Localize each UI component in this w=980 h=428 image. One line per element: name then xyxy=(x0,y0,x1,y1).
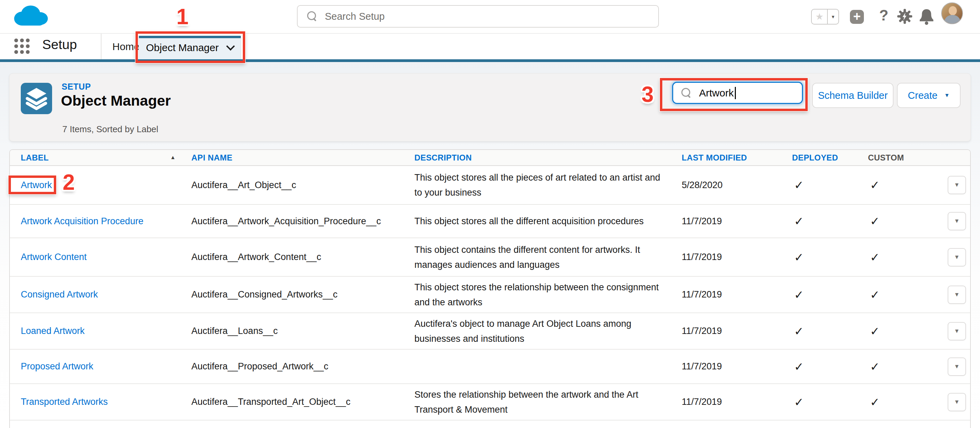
row-actions-button[interactable]: ▼ xyxy=(948,322,966,340)
column-last-modified[interactable]: LAST MODIFIED xyxy=(682,150,792,166)
api-name-cell: Auctifera__Artwork_Content__c xyxy=(191,238,414,276)
row-actions-button[interactable]: ▼ xyxy=(948,286,966,304)
dropdown-icon: ▼ xyxy=(954,254,960,261)
object-link[interactable]: Artwork Content xyxy=(21,252,87,262)
column-custom: CUSTOM xyxy=(868,150,933,166)
table-row: Proposed Artwork Auctifera__Proposed_Art… xyxy=(10,349,970,384)
nav-divider xyxy=(101,34,102,59)
object-manager-icon xyxy=(21,83,52,114)
dropdown-icon: ▼ xyxy=(954,399,960,406)
object-link[interactable]: Transported Artworks xyxy=(21,397,108,407)
quick-find-input[interactable]: Artwork xyxy=(672,82,803,104)
chevron-down-icon xyxy=(226,42,235,50)
dropdown-icon: ▼ xyxy=(954,182,960,188)
custom-check-icon: ✓ xyxy=(868,288,880,301)
row-actions-button[interactable]: ▼ xyxy=(948,358,966,376)
favorites-split-button: ★ ▼ xyxy=(811,9,839,24)
object-link[interactable]: Artwork xyxy=(21,180,52,190)
api-name-cell: Auctifera__Proposed_Artwork__c xyxy=(191,349,414,384)
last-modified-cell: 11/7/2019 xyxy=(682,384,792,420)
table-row: Transported Artworks Auctifera__Transpor… xyxy=(10,384,970,420)
custom-check-icon: ✓ xyxy=(868,396,880,409)
description-cell: This object contains the different conte… xyxy=(414,238,682,276)
deployed-check-icon: ✓ xyxy=(792,179,804,192)
last-modified-cell: 11/7/2019 xyxy=(682,238,792,276)
description-cell xyxy=(414,349,682,384)
deployed-check-icon: ✓ xyxy=(792,325,804,338)
app-name: Setup xyxy=(42,37,77,52)
global-search xyxy=(297,5,659,27)
user-avatar[interactable] xyxy=(941,2,963,24)
last-modified-cell: 11/7/2019 xyxy=(682,349,792,384)
column-api-name[interactable]: API NAME xyxy=(191,150,414,166)
quick-create-button[interactable]: + xyxy=(850,10,864,24)
api-name-cell: Auctifera__Artwork_Acquisition_Procedure… xyxy=(191,204,414,238)
last-modified-cell: 5/28/2020 xyxy=(682,166,792,204)
schema-builder-button[interactable]: Schema Builder xyxy=(812,83,894,108)
deployed-check-icon: ✓ xyxy=(792,288,804,301)
description-cell: Stores the relationship between the artw… xyxy=(414,384,682,420)
object-manager-header-card: SETUP Object Manager 7 Items, Sorted by … xyxy=(9,73,971,141)
favorites-dropdown-icon[interactable]: ▼ xyxy=(827,10,838,24)
table-row: Artwork Content Auctifera__Artwork_Conte… xyxy=(10,238,970,276)
table-row: Artwork Auctifera__Art_Object__c This ob… xyxy=(10,166,970,204)
description-cell: This object stores the relationship betw… xyxy=(414,276,682,313)
salesforce-logo-icon xyxy=(10,2,52,32)
custom-check-icon: ✓ xyxy=(868,215,880,228)
column-description[interactable]: DESCRIPTION xyxy=(414,150,682,166)
last-modified-cell: 11/7/2019 xyxy=(682,313,792,349)
tab-object-manager-label: Object Manager xyxy=(146,42,219,53)
sort-asc-icon: ▲ xyxy=(170,154,176,161)
setup-nav-bar: Setup Home Object Manager xyxy=(0,33,980,62)
object-link[interactable]: Artwork Acquisition Procedure xyxy=(21,216,143,226)
dropdown-icon: ▼ xyxy=(954,328,960,335)
column-actions xyxy=(933,150,970,166)
notifications-bell-icon[interactable] xyxy=(919,8,934,27)
object-link[interactable]: Proposed Artwork xyxy=(21,361,93,371)
favorite-star-icon[interactable]: ★ xyxy=(812,10,827,24)
column-label[interactable]: LABEL ▲ xyxy=(10,150,191,166)
search-icon xyxy=(307,11,317,21)
custom-check-icon: ✓ xyxy=(868,360,880,373)
deployed-check-icon: ✓ xyxy=(792,360,804,373)
object-link[interactable]: Consigned Artwork xyxy=(21,289,98,300)
description-cell: This object stores all the different acq… xyxy=(414,204,682,238)
quick-find-value: Artwork xyxy=(699,87,734,99)
create-dropdown-icon: ▼ xyxy=(944,93,950,99)
custom-check-icon: ✓ xyxy=(868,325,880,338)
deployed-check-icon: ✓ xyxy=(792,251,804,264)
row-actions-button[interactable]: ▼ xyxy=(948,248,966,267)
setup-eyebrow: SETUP xyxy=(62,82,91,92)
help-button[interactable]: ? xyxy=(879,7,888,24)
table-header-row: LABEL ▲ API NAME DESCRIPTION LAST MODIFI… xyxy=(10,150,970,166)
create-button-label: Create xyxy=(908,90,937,101)
setup-gear-icon[interactable] xyxy=(897,8,913,26)
dropdown-icon: ▼ xyxy=(954,218,960,225)
page-title: Object Manager xyxy=(61,93,171,109)
api-name-cell: Auctifera__Consigned_Artworks__c xyxy=(191,276,414,313)
global-header: ★ ▼ + ? xyxy=(0,0,980,33)
tab-object-manager[interactable]: Object Manager xyxy=(138,36,241,59)
table-row: Artwork Acquisition Procedure Auctifera_… xyxy=(10,204,970,238)
text-cursor xyxy=(735,87,736,99)
item-count: 7 Items, Sorted by Label xyxy=(62,124,158,134)
description-cell: Auctifera's object to manage Art Object … xyxy=(414,313,682,349)
deployed-check-icon: ✓ xyxy=(792,215,804,228)
object-link[interactable]: Loaned Artwork xyxy=(21,326,85,336)
table-row: Consigned Artwork Auctifera__Consigned_A… xyxy=(10,276,970,313)
table-row: Loaned Artwork Auctifera__Loans__c Aucti… xyxy=(10,313,970,349)
column-deployed[interactable]: DEPLOYED xyxy=(792,150,868,166)
custom-check-icon: ✓ xyxy=(868,179,880,192)
row-actions-button[interactable]: ▼ xyxy=(948,212,966,230)
api-name-cell: Auctifera__Art_Object__c xyxy=(191,166,414,204)
app-launcher-icon[interactable] xyxy=(14,38,30,54)
row-actions-button[interactable]: ▼ xyxy=(948,176,966,194)
avatar-photo xyxy=(949,6,957,15)
custom-check-icon: ✓ xyxy=(868,251,880,264)
last-modified-cell: 11/7/2019 xyxy=(682,204,792,238)
api-name-cell: Auctifera__Loans__c xyxy=(191,313,414,349)
api-name-cell: Auctifera__Transported_Art_Object__c xyxy=(191,384,414,420)
setup-search-input[interactable] xyxy=(325,11,658,22)
create-button[interactable]: Create ▼ xyxy=(897,83,961,108)
row-actions-button[interactable]: ▼ xyxy=(948,393,966,411)
